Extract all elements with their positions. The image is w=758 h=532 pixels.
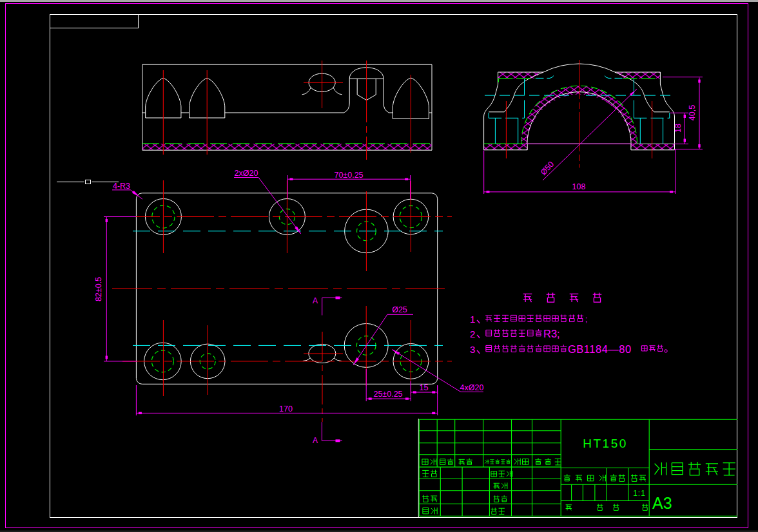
svg-text:170: 170 — [279, 404, 293, 413]
svg-text:4-R3: 4-R3 — [113, 182, 130, 191]
svg-text:15: 15 — [420, 383, 429, 392]
svg-text:A3: A3 — [652, 494, 672, 512]
svg-text:;: ; — [585, 314, 588, 324]
svg-text:R3;: R3; — [543, 328, 560, 339]
svg-text:2xØ20: 2xØ20 — [235, 169, 258, 178]
svg-text:1: 1 — [470, 314, 475, 325]
svg-text:1:1: 1:1 — [633, 489, 646, 498]
svg-text:A: A — [313, 296, 318, 305]
svg-text:82±0.5: 82±0.5 — [94, 277, 103, 301]
svg-text:GB1184—80: GB1184—80 — [568, 343, 632, 355]
svg-text:40,5: 40,5 — [688, 105, 697, 120]
svg-text:A: A — [313, 436, 318, 445]
svg-text:70±0.25: 70±0.25 — [334, 171, 363, 180]
svg-text:3: 3 — [470, 344, 475, 355]
svg-text:4xØ20: 4xØ20 — [460, 383, 484, 392]
svg-text:HT150: HT150 — [583, 437, 628, 450]
svg-text:Ø25: Ø25 — [392, 305, 407, 314]
svg-text:108: 108 — [572, 182, 586, 191]
svg-text:25±0.25: 25±0.25 — [373, 390, 402, 399]
svg-text:2: 2 — [470, 328, 475, 339]
svg-text:18: 18 — [674, 124, 683, 133]
